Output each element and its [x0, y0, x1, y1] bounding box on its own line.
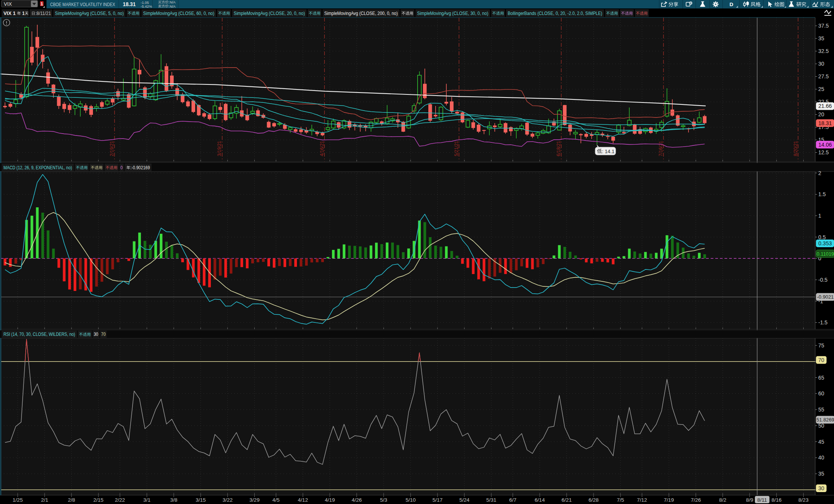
- svg-text:8/16: 8/16: [771, 497, 781, 503]
- svg-text:6/28: 6/28: [589, 497, 599, 503]
- svg-text:60: 60: [818, 390, 824, 397]
- svg-text:1: 1: [818, 213, 821, 219]
- svg-text:35: 35: [818, 471, 824, 477]
- svg-text:51.8269: 51.8269: [816, 417, 834, 423]
- svg-text:1/25: 1/25: [13, 497, 23, 503]
- svg-text:8/11: 8/11: [757, 497, 767, 503]
- svg-text:2/19/21: 2/19/21: [109, 141, 114, 156]
- svg-text:3/1: 3/1: [143, 497, 151, 503]
- svg-text:7/16/21: 7/16/21: [658, 141, 663, 156]
- svg-text:5/21/21: 5/21/21: [454, 141, 459, 156]
- svg-text:SimpleMovingAvg (CLOSE, 200, 0: SimpleMovingAvg (CLOSE, 200, 0, no): [324, 11, 398, 16]
- svg-text:4/16/21: 4/16/21: [319, 141, 325, 156]
- svg-text:5/10: 5/10: [406, 497, 416, 503]
- svg-text:27.5: 27.5: [818, 73, 829, 79]
- svg-text:0.5: 0.5: [818, 234, 826, 240]
- svg-text:4/12: 4/12: [298, 497, 308, 503]
- svg-text:2/8: 2/8: [68, 497, 75, 503]
- svg-text:-0.5: -0.5: [818, 277, 827, 283]
- svg-text:1: 1: [21, 11, 25, 16]
- svg-text:0.353: 0.353: [818, 240, 832, 246]
- svg-text:5/24: 5/24: [459, 497, 470, 503]
- svg-text:SimpleMovingAvg (CLOSE, 60, 0,: SimpleMovingAvg (CLOSE, 60, 0, no): [143, 11, 214, 16]
- svg-text:BollingerBands (CLOSE, 0, 20,: BollingerBands (CLOSE, 0, 20, -2.0, 2.0,…: [508, 11, 602, 16]
- svg-text:45: 45: [818, 439, 824, 445]
- svg-text:RSI (14, 70, 30, CLOSE, WILDER: RSI (14, 70, 30, CLOSE, WILDERS, no): [3, 332, 75, 337]
- svg-text:VIX: VIX: [4, 1, 12, 7]
- svg-text:6/18/21: 6/18/21: [556, 141, 561, 156]
- svg-text:8/20/21: 8/20/21: [793, 141, 798, 156]
- svg-text::8/11/21: :8/11/21: [35, 11, 51, 16]
- svg-text:2/1: 2/1: [41, 497, 48, 503]
- svg-text:14.06: 14.06: [818, 142, 832, 148]
- svg-text:5/31: 5/31: [486, 497, 496, 503]
- svg-text:: 14.1: : 14.1: [602, 149, 615, 154]
- svg-text:0.11019: 0.11019: [817, 251, 834, 257]
- svg-text:30: 30: [94, 332, 98, 337]
- svg-text:8/2: 8/2: [719, 497, 726, 503]
- svg-text:32.5: 32.5: [818, 48, 829, 54]
- svg-text:30: 30: [818, 61, 824, 67]
- svg-text:18.31: 18.31: [123, 1, 136, 7]
- svg-text:5/17: 5/17: [433, 497, 443, 503]
- svg-text:3/8: 3/8: [170, 497, 177, 503]
- svg-text:20: 20: [818, 111, 824, 117]
- svg-text:8/23: 8/23: [798, 497, 808, 503]
- svg-text:5/3: 5/3: [380, 497, 387, 503]
- svg-text:21.66: 21.66: [818, 103, 832, 109]
- svg-text:0: 0: [121, 165, 123, 170]
- svg-text:VIX 1: VIX 1: [3, 11, 17, 16]
- svg-text:-5.42%: -5.42%: [141, 4, 153, 8]
- svg-text:4/26: 4/26: [352, 497, 361, 503]
- svg-text:7/19: 7/19: [664, 497, 674, 503]
- svg-text:MACD (12, 26, 9, EXPONENTIAL,: MACD (12, 26, 9, EXPONENTIAL, no): [3, 165, 72, 170]
- svg-text:70: 70: [101, 332, 106, 337]
- svg-text:25: 25: [818, 86, 824, 92]
- svg-text:55: 55: [818, 407, 824, 413]
- svg-text:3/22: 3/22: [222, 497, 232, 503]
- svg-text:6/14: 6/14: [535, 497, 545, 503]
- svg-text:37.5: 37.5: [818, 23, 829, 29]
- svg-text:SimpleMovingAvg (CLOSE, 30, 0,: SimpleMovingAvg (CLOSE, 30, 0, no): [417, 11, 488, 16]
- svg-text:40: 40: [818, 454, 824, 461]
- svg-text:3/29: 3/29: [249, 497, 259, 503]
- svg-text:-1.5: -1.5: [818, 319, 827, 326]
- svg-text:6/21: 6/21: [562, 497, 572, 503]
- svg-text:D: D: [730, 2, 733, 7]
- svg-text::N/A: :N/A: [169, 0, 176, 4]
- svg-text:4/5: 4/5: [272, 497, 280, 503]
- svg-text:3/15: 3/15: [196, 497, 206, 503]
- svg-text::-0.902169: :-0.902169: [130, 165, 150, 170]
- svg-text:2/15: 2/15: [93, 497, 103, 503]
- svg-text:4/19: 4/19: [325, 497, 335, 503]
- svg-text:7/12: 7/12: [637, 497, 647, 503]
- svg-text:1: 1: [41, 2, 43, 6]
- svg-text:65: 65: [818, 375, 824, 381]
- svg-text:SimpleMovingAvg (CLOSE, 5, 0,: SimpleMovingAvg (CLOSE, 5, 0, no): [55, 11, 124, 16]
- svg-text:CBOE MARKET VOLATILITY INDEX: CBOE MARKET VOLATILITY INDEX: [50, 2, 116, 7]
- svg-text:7/26: 7/26: [691, 497, 701, 503]
- svg-text:7/5: 7/5: [617, 497, 624, 503]
- svg-text:2/22: 2/22: [115, 497, 125, 503]
- svg-text:8/9: 8/9: [746, 497, 753, 503]
- svg-text:12.5: 12.5: [818, 149, 829, 155]
- svg-text:SimpleMovingAvg (CLOSE, 20, 0,: SimpleMovingAvg (CLOSE, 20, 0, no): [234, 11, 305, 16]
- svg-text:35: 35: [818, 35, 824, 41]
- svg-text:-0.9021: -0.9021: [817, 294, 834, 300]
- svg-text:3/19/21: 3/19/21: [217, 141, 222, 156]
- svg-text:18.31: 18.31: [818, 120, 832, 126]
- svg-text:6/7: 6/7: [509, 497, 517, 503]
- svg-text:1.5: 1.5: [818, 191, 826, 197]
- svg-text::N/A: :N/A: [169, 5, 176, 8]
- svg-text:30: 30: [818, 485, 824, 491]
- svg-text:70: 70: [818, 357, 824, 363]
- svg-text:75: 75: [818, 342, 824, 349]
